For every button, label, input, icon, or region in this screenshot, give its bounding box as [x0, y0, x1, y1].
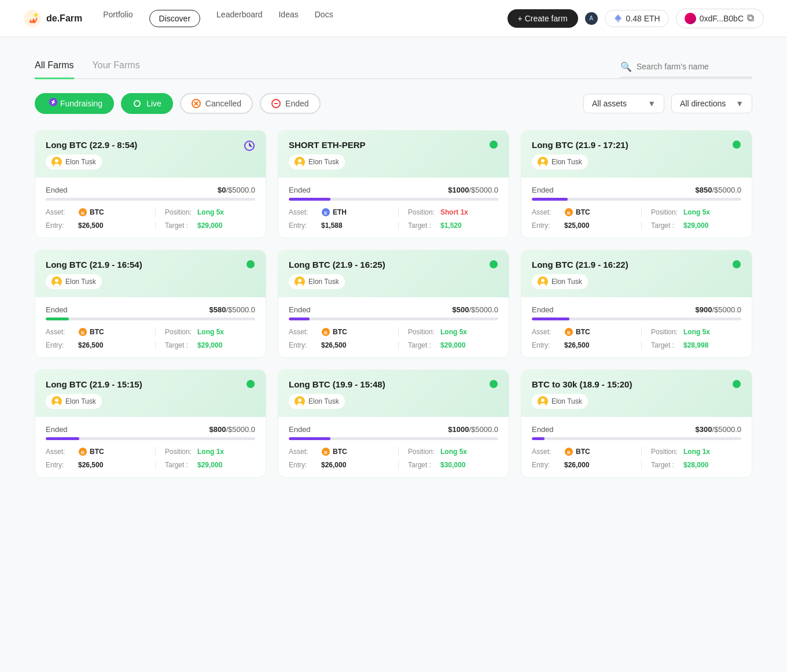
target-row: Target : $29,000 [155, 341, 255, 349]
entry-label: Entry: [289, 341, 319, 349]
farm-details: Asset: B BTC Position: Long 5x Entry: $2… [532, 208, 741, 230]
asset-value: B BTC [321, 447, 347, 456]
logo[interactable]: de.Farm [23, 9, 82, 28]
position-value: Short 1x [440, 208, 468, 216]
farm-progress-fill [289, 317, 310, 320]
target-label: Target : [651, 221, 681, 230]
filter-cancelled-label: Cancelled [205, 99, 241, 108]
farm-card[interactable]: BTC to 30k (18.9 - 15:20) Elon Tusk Ende… [521, 370, 752, 478]
farm-details: Asset: B BTC Position: Long 5x Entry: $2… [46, 327, 255, 349]
author-name: Elon Tusk [551, 158, 582, 166]
entry-label: Entry: [289, 221, 319, 230]
asset-value: B BTC [78, 447, 104, 456]
filter-ended[interactable]: Ended [260, 93, 320, 114]
entry-label: Entry: [532, 221, 562, 230]
farm-card[interactable]: Long BTC (21.9 - 15:15) Elon Tusk Ended … [35, 370, 266, 478]
position-label: Position: [651, 448, 681, 456]
clock-icon [244, 140, 255, 152]
assets-dropdown[interactable]: All assets ▼ [583, 94, 664, 113]
farm-header-info: Long BTC (21.9 - 16:25) Elon Tusk [289, 260, 385, 289]
farm-card[interactable]: SHORT ETH-PERP Elon Tusk Ended $1000/$50… [278, 130, 509, 238]
entry-label: Entry: [46, 461, 76, 469]
entry-value: $25,000 [564, 221, 589, 230]
btc-icon: B [78, 447, 87, 456]
logo-text: de.Farm [46, 13, 82, 24]
search-box: 🔍 [620, 61, 752, 77]
filter-cancelled[interactable]: Cancelled [180, 93, 253, 114]
farm-card[interactable]: Long BTC (21.9 - 16:22) Elon Tusk Ended … [521, 250, 752, 358]
position-label: Position: [165, 208, 195, 216]
asset-label: Asset: [532, 448, 562, 456]
filter-fundraising[interactable]: Fundraising [35, 93, 114, 114]
farm-details: Asset: B BTC Position: Long 1x Entry: $2… [532, 447, 741, 469]
svg-point-42 [541, 279, 545, 282]
svg-text:B: B [324, 450, 328, 455]
farm-header-info: Long BTC (21.9 - 16:22) Elon Tusk [532, 260, 628, 289]
tab-your-farms[interactable]: Your Farms [93, 60, 140, 79]
farm-title: Long BTC (21.9 - 16:54) [46, 260, 142, 269]
farm-status-indicator [489, 140, 498, 152]
asset-value: B BTC [564, 327, 590, 337]
copy-icon[interactable] [747, 14, 755, 23]
search-input[interactable] [637, 62, 752, 71]
farm-raised: $1000 [448, 186, 469, 194]
target-row: Target : $29,000 [155, 221, 255, 230]
asset-label: Asset: [289, 328, 319, 336]
position-row: Position: Long 5x [641, 208, 741, 217]
asset-row: Asset: E ETH [289, 208, 394, 217]
target-label: Target : [165, 341, 195, 349]
target-row: Target : $28,000 [641, 461, 741, 469]
tab-all-farms[interactable]: All Farms [35, 60, 74, 79]
filter-live[interactable]: Live [121, 93, 173, 114]
position-row: Position: Long 5x [155, 327, 255, 337]
author-name: Elon Tusk [308, 397, 339, 405]
eth-balance-badge: 0.48 ETH [605, 10, 669, 27]
ended-icon [271, 99, 281, 108]
entry-label: Entry: [46, 221, 76, 230]
create-farm-button[interactable]: + Create farm [507, 9, 578, 28]
farm-details: Asset: B BTC Position: Long 5x Entry: $2… [46, 208, 255, 230]
nav-docs[interactable]: Docs [315, 10, 333, 27]
svg-point-56 [490, 380, 498, 388]
farm-progress-bar [532, 317, 741, 320]
target-row: Target : $29,000 [641, 221, 741, 230]
status-live-dot [732, 140, 741, 149]
asset-row: Asset: B BTC [532, 208, 637, 217]
author-avatar [538, 157, 548, 167]
farm-card[interactable]: Long BTC (21.9 - 17:21) Elon Tusk Ended … [521, 130, 752, 238]
svg-text:B: B [81, 330, 84, 335]
farm-author: Elon Tusk [289, 274, 345, 289]
farm-raised: $500 [452, 305, 469, 314]
entry-row: Entry: $26,500 [289, 341, 394, 349]
asset-row: Asset: B BTC [532, 447, 637, 456]
entry-value: $26,000 [564, 461, 589, 469]
author-avatar [52, 157, 62, 167]
filter-ended-label: Ended [285, 99, 308, 108]
eth-icon [613, 14, 623, 23]
eth-amount: 0.48 ETH [626, 14, 660, 23]
directions-dropdown[interactable]: All directions ▼ [671, 94, 752, 113]
nav-ideas[interactable]: Ideas [278, 10, 298, 27]
svg-point-36 [298, 279, 301, 282]
nav-leaderboard[interactable]: Leaderboard [216, 10, 262, 27]
farm-author: Elon Tusk [532, 154, 588, 169]
asset-row: Asset: B BTC [46, 208, 150, 217]
svg-text:B: B [81, 211, 84, 216]
position-row: Position: Long 5x [398, 447, 498, 456]
wallet-badge[interactable]: 0xdF...B0bC [676, 9, 764, 28]
farm-status-indicator [732, 260, 741, 271]
nav-discover[interactable]: Discover [149, 10, 200, 27]
svg-point-60 [541, 398, 545, 402]
arbitrum-icon[interactable]: A [585, 12, 598, 25]
position-label: Position: [408, 208, 438, 216]
asset-row: Asset: B BTC [46, 447, 150, 456]
nav-portfolio[interactable]: Portfolio [103, 10, 133, 27]
farm-author: Elon Tusk [289, 394, 345, 409]
asset-value: E ETH [321, 208, 347, 217]
farm-card-header: BTC to 30k (18.9 - 15:20) Elon Tusk [521, 370, 752, 417]
farm-card[interactable]: Long BTC (19.9 - 15:48) Elon Tusk Ended … [278, 370, 509, 478]
farm-card[interactable]: Long BTC (22.9 - 8:54) Elon Tusk Ended $… [35, 130, 266, 238]
farm-card[interactable]: Long BTC (21.9 - 16:25) Elon Tusk Ended … [278, 250, 509, 358]
farm-header-info: BTC to 30k (18.9 - 15:20) Elon Tusk [532, 379, 632, 409]
farm-card[interactable]: Long BTC (21.9 - 16:54) Elon Tusk Ended … [35, 250, 266, 358]
